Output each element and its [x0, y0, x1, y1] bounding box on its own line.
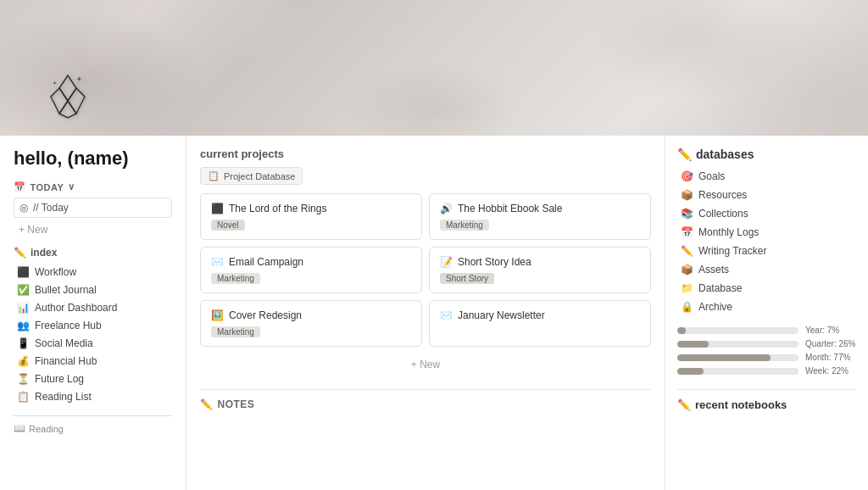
databases-header: ✏️ databases — [677, 148, 856, 161]
bullet-journal-icon: ✅ — [17, 284, 29, 296]
author-dashboard-icon: 📊 — [17, 302, 29, 314]
writing-tracker-icon: ✏️ — [681, 245, 693, 257]
project-card-title: 📝 Short Story Idea — [440, 256, 640, 268]
progress-row-month: Month: 77% — [677, 353, 856, 362]
svg-marker-0 — [59, 75, 76, 101]
sidebar-item-social-media[interactable]: 📱 Social Media — [14, 335, 172, 352]
index-section: ✏️ index ⬛ Workflow ✅ Bullet Journal 📊 A… — [14, 247, 172, 405]
db-item-monthly-logs[interactable]: 📅 Monthly Logs — [677, 224, 856, 241]
lotr-tag: Novel — [211, 220, 245, 231]
workflow-icon: ⬛ — [17, 266, 29, 278]
svg-marker-2 — [68, 88, 85, 114]
email-icon: ✉️ — [211, 256, 224, 268]
db-item-writing-tracker[interactable]: ✏️ Writing Tracker — [677, 242, 856, 259]
project-card-hobbit[interactable]: 🔊 The Hobbit Ebook Sale Marketing — [429, 193, 651, 240]
recent-notebooks-section: ✏️ recent notebooks — [677, 389, 856, 411]
header-banner: ✦ ✦ · — [0, 0, 868, 136]
projects-grid: ⬛ The Lord of the Rings Novel 🔊 The Hobb… — [200, 193, 651, 376]
svg-marker-3 — [59, 101, 76, 118]
notes-icon: ✏️ — [200, 398, 214, 410]
goals-icon: 🎯 — [681, 170, 693, 182]
social-media-icon: 📱 — [17, 337, 29, 349]
project-card-lotr[interactable]: ⬛ The Lord of the Rings Novel — [200, 193, 422, 240]
chevron-down-icon: ∨ — [68, 181, 75, 192]
email-tag: Marketing — [211, 273, 260, 284]
svg-text:✦: ✦ — [53, 81, 57, 86]
today-item[interactable]: ◎ // Today — [14, 198, 172, 218]
progress-section: Year: 7% Quarter: 26% Month: 77% — [677, 326, 856, 376]
hobbit-icon: 🔊 — [440, 203, 453, 214]
db-item-resources[interactable]: 📦 Resources — [677, 187, 856, 203]
logo-icon: ✦ ✦ · — [42, 71, 93, 127]
cover-tag: Marketing — [211, 326, 260, 337]
project-card-title: ✉️ Email Campaign — [211, 256, 411, 268]
assets-icon: 📦 — [681, 264, 693, 276]
resources-icon: 📦 — [681, 189, 693, 201]
project-card-email[interactable]: ✉️ Email Campaign Marketing — [200, 247, 422, 293]
sidebar-item-author-dashboard[interactable]: 📊 Author Dashboard — [14, 299, 172, 316]
year-progress-label: Year: 7% — [805, 326, 856, 335]
sidebar-item-reading-list[interactable]: 📋 Reading List — [14, 388, 172, 405]
today-header: 📅 TODAY ∨ — [14, 181, 172, 192]
project-database-tab[interactable]: 📋 Project Database — [200, 167, 303, 185]
main-content: hello, (name) 📅 TODAY ∨ ◎ // Today + New… — [0, 136, 868, 490]
progress-row-week: Week: 22% — [677, 366, 856, 376]
svg-marker-1 — [51, 88, 68, 114]
newsletter-icon: ✉️ — [440, 309, 453, 321]
database-tab-icon: 📋 — [208, 170, 220, 181]
db-item-assets[interactable]: 📦 Assets — [677, 261, 856, 278]
db-item-database[interactable]: 📁 Database — [677, 280, 856, 297]
index-header: ✏️ index — [14, 247, 172, 259]
sidebar: hello, (name) 📅 TODAY ∨ ◎ // Today + New… — [0, 136, 186, 490]
quarter-progress-label: Quarter: 26% — [805, 339, 856, 348]
sidebar-item-financial-hub[interactable]: 💰 Financial Hub — [14, 353, 172, 370]
add-new-project-button[interactable]: + New — [200, 354, 651, 376]
check-icon: ◎ — [19, 202, 28, 214]
monthly-logs-icon: 📅 — [681, 226, 693, 238]
projects-section: current projects 📋 Project Database ⬛ Th… — [200, 148, 651, 376]
quarter-progress-fill — [677, 341, 709, 348]
reading-bar: 📖 Reading — [14, 423, 172, 434]
projects-title: current projects — [200, 148, 651, 160]
svg-text:✦: ✦ — [76, 75, 82, 83]
databases-section: ✏️ databases 🎯 Goals 📦 Resources 📚 Colle… — [677, 148, 856, 376]
archive-icon: 🔒 — [681, 301, 693, 313]
sidebar-item-future-log[interactable]: ⏳ Future Log — [14, 370, 172, 387]
svg-text:·: · — [83, 87, 84, 92]
sidebar-item-freelance-hub[interactable]: 👥 Freelance Hub — [14, 317, 172, 334]
month-progress-fill — [677, 354, 771, 361]
database-icon: 📁 — [681, 282, 693, 294]
notes-title: ✏️ NOTES — [200, 398, 651, 410]
project-card-cover[interactable]: 🖼️ Cover Redesign Marketing — [200, 300, 422, 347]
freelance-hub-icon: 👥 — [17, 320, 29, 331]
financial-hub-icon: 💰 — [17, 355, 29, 367]
short-story-tag: Short Story — [440, 273, 494, 284]
short-story-icon: 📝 — [440, 256, 453, 268]
sidebar-item-workflow[interactable]: ⬛ Workflow — [14, 264, 172, 281]
reading-icon: 📖 — [14, 423, 25, 434]
project-card-title: ⬛ The Lord of the Rings — [211, 203, 411, 214]
project-card-short-story[interactable]: 📝 Short Story Idea Short Story — [429, 247, 651, 293]
week-progress-bar — [677, 368, 798, 375]
db-item-collections[interactable]: 📚 Collections — [677, 205, 856, 222]
db-item-archive[interactable]: 🔒 Archive — [677, 298, 856, 315]
hobbit-tag: Marketing — [440, 220, 489, 231]
progress-row-year: Year: 7% — [677, 326, 856, 335]
pencil-icon: ✏️ — [14, 247, 26, 259]
quarter-progress-bar — [677, 341, 798, 348]
week-progress-fill — [677, 368, 704, 375]
reading-list-icon: 📋 — [17, 391, 29, 403]
recent-notebooks-header: ✏️ recent notebooks — [677, 398, 856, 411]
project-card-title: 🖼️ Cover Redesign — [211, 309, 411, 321]
project-card-newsletter[interactable]: ✉️ January Newsletter — [429, 300, 651, 347]
add-new-today-button[interactable]: + New — [14, 221, 172, 238]
sidebar-item-bullet-journal[interactable]: ✅ Bullet Journal — [14, 281, 172, 298]
cover-icon: 🖼️ — [211, 309, 224, 321]
page-title: hello, (name) — [14, 148, 172, 170]
notes-section: ✏️ NOTES — [200, 389, 651, 410]
right-sidebar: ✏️ databases 🎯 Goals 📦 Resources 📚 Colle… — [665, 136, 868, 490]
lotr-icon: ⬛ — [211, 203, 224, 214]
future-log-icon: ⏳ — [17, 373, 29, 385]
db-item-goals[interactable]: 🎯 Goals — [677, 168, 856, 185]
notebooks-icon: ✏️ — [677, 398, 691, 411]
